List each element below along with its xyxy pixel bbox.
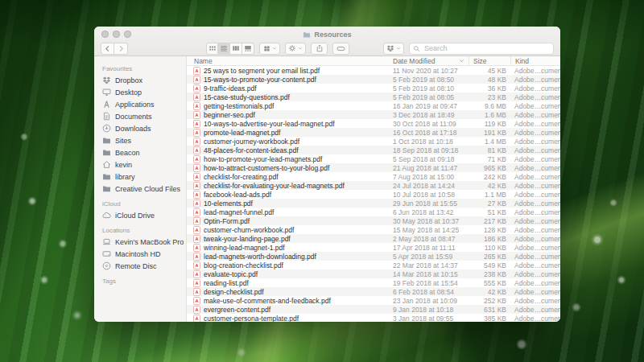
file-size: 42 KB [469, 288, 510, 296]
sidebar-item-documents[interactable]: Documents [94, 110, 186, 122]
file-name: customer-journey-workbook.pdf [204, 138, 299, 146]
tag-button[interactable] [332, 43, 349, 55]
file-date-modified: 30 Oct 2018 at 11:09 [391, 120, 469, 128]
file-row[interactable]: blog-creation-checklist.pdf 22 Mar 2018 … [187, 261, 560, 269]
gallery-view-button[interactable] [242, 43, 254, 55]
file-row[interactable]: how-to-attract-customers-to-your-blog.pd… [187, 163, 560, 172]
file-name: evergreen-content.pdf [204, 306, 270, 314]
file-kind: Adobe…cument [510, 217, 560, 225]
sidebar-item-remote-disc[interactable]: Remote Disc [94, 260, 186, 272]
group-button[interactable] [259, 43, 280, 55]
pdf-file-icon [193, 84, 200, 93]
file-row[interactable]: customer-churn-workbook.pdf 15 May 2018 … [187, 225, 560, 234]
file-size: 191 KB [469, 129, 510, 137]
file-row[interactable]: promote-lead-magnet.pdf 16 Oct 2018 at 1… [187, 128, 560, 137]
file-kind: Adobe…cument [510, 120, 560, 128]
dropbox-button[interactable] [383, 43, 404, 55]
file-kind: Adobe…cument [510, 306, 560, 314]
sidebar-item-desktop[interactable]: Desktop [94, 86, 186, 98]
pdf-file-icon [193, 315, 200, 323]
file-row[interactable]: 15-ways-to-promote-your-content.pdf 5 Fe… [187, 75, 560, 84]
file-row[interactable]: evaluate-topic.pdf 14 Mar 2018 at 10:15 … [187, 269, 560, 278]
column-header-name[interactable]: Name [187, 56, 391, 65]
file-kind: Adobe…cument [510, 253, 560, 261]
file-row[interactable]: checklist-for-evaluating-your-lead-magne… [187, 181, 560, 190]
list-view-button[interactable] [218, 43, 230, 55]
file-row[interactable]: customer-persona-template.pdf 3 Jan 2018… [187, 314, 560, 322]
minimize-button[interactable] [113, 31, 120, 38]
file-row[interactable]: winning-lead-magnet-1.pdf 17 Apr 2018 at… [187, 243, 560, 252]
file-row[interactable]: beginner-seo.pdf 3 Dec 2018 at 18:49 1.6… [187, 110, 560, 119]
pdf-file-icon [193, 306, 200, 314]
file-date-modified: 7 Aug 2018 at 15:00 [391, 173, 469, 181]
titlebar: Resources [94, 27, 560, 41]
file-row[interactable]: checklist-for-creating.pdf 7 Aug 2018 at… [187, 172, 560, 181]
file-kind: Adobe…cument [510, 270, 560, 278]
share-button[interactable] [311, 43, 328, 55]
file-name: 15-ways-to-promote-your-content.pdf [204, 76, 316, 84]
sidebar-item-sites[interactable]: Sites [94, 134, 186, 146]
file-name: winning-lead-magnet-1.pdf [204, 244, 285, 252]
file-row[interactable]: 10-elements.pdf 29 Jun 2018 at 15:55 27 … [187, 199, 560, 208]
column-header-size[interactable]: Size [469, 56, 510, 65]
sidebar-item-downloads[interactable]: Downloads [94, 122, 186, 134]
search-input[interactable] [423, 43, 550, 53]
file-row[interactable]: 48-places-for-content-ideas.pdf 18 Sep 2… [187, 146, 560, 154]
file-row[interactable]: 25 ways to segment your email list.pdf 1… [187, 66, 560, 75]
file-row[interactable]: make-use-of-comments-and-feedback.pdf 23… [187, 296, 560, 305]
file-row[interactable]: getting-testimonials.pdf 16 Jan 2019 at … [187, 101, 560, 110]
file-row[interactable]: customer-journey-workbook.pdf 1 Oct 2018… [187, 137, 560, 146]
sidebar-item-library[interactable]: library [94, 171, 186, 183]
file-kind: Adobe…cument [510, 208, 560, 216]
sidebar-section: Locations Kevin's MacBook Pro (2) Macint… [94, 227, 186, 272]
pdf-file-icon [193, 270, 200, 278]
close-button[interactable] [101, 31, 109, 38]
sidebar-item-label: Downloads [115, 125, 151, 133]
file-row[interactable]: lead-magnets-worth-downloading.pdf 5 Apr… [187, 252, 560, 261]
sidebar-item-macintosh-hd[interactable]: Macintosh HD [94, 248, 186, 260]
sidebar-item-kevin-s-macbook-pro-2[interactable]: Kevin's MacBook Pro (2) [94, 236, 186, 248]
icon-view-button[interactable] [206, 43, 218, 55]
sidebar-item-applications[interactable]: Applications [94, 98, 186, 110]
file-size: 549 KB [469, 261, 510, 269]
sidebar-item-icon [102, 124, 111, 133]
file-kind: Adobe…cument [510, 261, 560, 269]
file-row[interactable]: lead-magnet-funnel.pdf 6 Jun 2018 at 13:… [187, 208, 560, 216]
gear-icon [288, 44, 296, 52]
column-view-icon [232, 44, 240, 52]
file-name: lead-magnets-worth-downloading.pdf [204, 253, 316, 261]
pdf-file-icon [193, 244, 200, 252]
action-button[interactable] [285, 43, 306, 55]
file-row[interactable]: facebook-lead-ads.pdf 10 Jul 2018 at 10:… [187, 190, 560, 199]
back-button[interactable] [101, 43, 114, 55]
file-row[interactable]: 9-traffic-ideas.pdf 5 Feb 2019 at 08:10 … [187, 84, 560, 93]
column-view-button[interactable] [230, 43, 242, 55]
sidebar-item-beacon[interactable]: Beacon [94, 146, 186, 158]
file-row[interactable]: how-to-promote-your-lead-magnets.pdf 5 S… [187, 154, 560, 163]
sidebar-item-dropbox[interactable]: Dropbox [94, 74, 186, 86]
column-header-date-modified[interactable]: Date Modified [391, 56, 469, 65]
sidebar-item-kevin[interactable]: kevin [94, 158, 186, 171]
file-name: design-checklist.pdf [204, 288, 264, 296]
pdf-file-icon [193, 93, 200, 101]
pdf-file-icon [193, 173, 200, 181]
forward-button[interactable] [114, 43, 128, 55]
file-row[interactable]: evergreen-content.pdf 9 Jan 2018 at 10:1… [187, 305, 560, 314]
file-name: checklist-for-creating.pdf [204, 173, 279, 181]
dropbox-icon [386, 44, 394, 52]
file-row[interactable]: 10-ways-to-advertise-your-lead-magnet.pd… [187, 119, 560, 128]
file-row[interactable]: design-checklist.pdf 6 Feb 2018 at 08:54… [187, 287, 560, 296]
file-row[interactable]: reading-list.pdf 19 Feb 2018 at 15:54 55… [187, 278, 560, 287]
sidebar-item-icloud-drive[interactable]: iCloud Drive [94, 209, 186, 221]
file-size: 265 KB [469, 253, 510, 261]
file-row[interactable]: 15-case-study-questions.pdf 5 Feb 2019 a… [187, 93, 560, 101]
sidebar-item-icon [102, 211, 111, 220]
column-header-kind[interactable]: Kind [510, 56, 560, 65]
file-row[interactable]: tweak-your-landing-page.pdf 2 May 2018 a… [187, 234, 560, 243]
zoom-button[interactable] [124, 31, 131, 38]
file-row[interactable]: Optin-Form.pdf 30 May 2018 at 10:37 217 … [187, 216, 560, 225]
sidebar-item-icon [102, 184, 111, 193]
file-name: beginner-seo.pdf [204, 111, 255, 119]
file-size: 186 KB [469, 235, 510, 243]
sidebar-item-creative-cloud-files[interactable]: Creative Cloud Files [94, 183, 186, 195]
